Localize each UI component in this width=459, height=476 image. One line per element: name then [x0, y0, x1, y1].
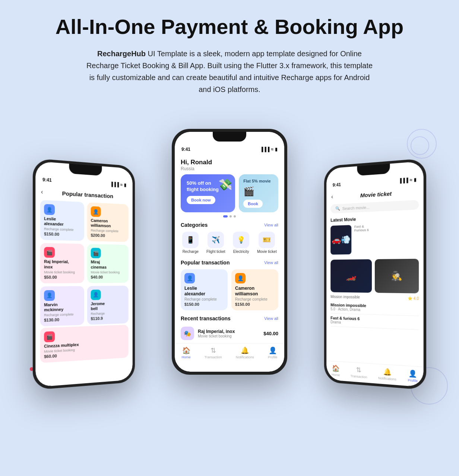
- categories-title: Categories: [181, 222, 208, 228]
- card-icon: 🎬: [44, 331, 55, 343]
- categories-row: 📱 Recharge ✈️ Flight ticket 💡 Electricit…: [175, 230, 284, 257]
- phone-icon: 📱: [186, 236, 194, 244]
- category-flight-ticket[interactable]: ✈️ Flight ticket: [206, 232, 225, 254]
- recent-amount: $40.00: [263, 331, 278, 336]
- avatar-leslie: 👤: [184, 273, 195, 283]
- popular-section-header: Popular transaction View all: [175, 257, 284, 268]
- phones-container: 9:41 ▐▐▐ ≈ ▮ ‹ Popular transaction 👤 Les…: [0, 107, 459, 423]
- right-nav-label-home: Home: [332, 373, 340, 377]
- ff-poster-icon: 🚗💨: [332, 235, 350, 245]
- right-back-icon[interactable]: ‹: [331, 194, 333, 200]
- ff-poster-large[interactable]: 🏎️: [330, 259, 372, 293]
- ff-movie-info: Fast & Furious 6: [354, 223, 419, 232]
- back-icon[interactable]: ‹: [41, 188, 43, 196]
- left-phone: 9:41 ▐▐▐ ≈ ▮ ‹ Popular transaction 👤 Les…: [33, 158, 135, 390]
- card-amount: $150.00: [44, 232, 80, 237]
- secondary-banner[interactable]: Flat 5% movie 🎬 Book: [239, 174, 278, 212]
- home-icon: 🏠: [332, 364, 339, 373]
- card-name: Jeromebell: [91, 301, 125, 311]
- profile-icon: 👤: [408, 369, 417, 378]
- recent-transaction-item[interactable]: 🎭 Raj Imperial, inox Movie ticket bookin…: [175, 324, 284, 343]
- greeting-text: Hi, Ronald: [181, 159, 278, 166]
- star-icon: ⭐: [408, 296, 412, 301]
- card-name: Lesliealexander: [44, 216, 80, 228]
- main-banner[interactable]: 50% off on flight booking 💸 Book now: [181, 174, 235, 212]
- list-item[interactable]: 🎬 Mirajcinemas Movie ticket booking $40.…: [87, 244, 129, 283]
- nav-profile[interactable]: 👤 Profile: [268, 346, 278, 359]
- card-name: Marvinmckinney: [44, 302, 80, 312]
- card-name: Mirajcinemas: [91, 260, 125, 270]
- movie-list-item-ff[interactable]: Fast & furious 6 Drama: [330, 314, 419, 330]
- card-icon: 🎬: [44, 247, 55, 258]
- center-notch: [213, 132, 246, 142]
- deco-circle-1: [407, 129, 437, 159]
- popular-view-all[interactable]: View all: [264, 260, 278, 265]
- bottom-nav: 🏠 Home ⇅ Transaction 🔔 Notifications 👤 P…: [175, 343, 284, 363]
- right-nav-home[interactable]: 🏠 Home: [332, 364, 340, 377]
- ff-poster: 🚗💨: [330, 225, 351, 255]
- list-item[interactable]: 🎬 Cinezza multiplex Movie ticket booking…: [40, 325, 129, 363]
- card-name: Cameronwilliamson: [91, 218, 125, 229]
- list-item[interactable]: 👤 Marvinmckinney Recharge complete $130.…: [40, 286, 84, 327]
- car-icon: 🏎️: [346, 271, 356, 282]
- flight-icon-box: ✈️: [208, 232, 224, 248]
- movie-ticket-icon: 🎫: [263, 236, 271, 244]
- banner-container: 50% off on flight booking 💸 Book now Fla…: [175, 174, 284, 212]
- right-nav-label-transaction: Transaction: [351, 374, 367, 379]
- category-electricity[interactable]: 💡 Electricity: [233, 232, 249, 254]
- center-status-time: 9:41: [181, 147, 190, 152]
- categories-view-all[interactable]: View all: [264, 223, 278, 227]
- popular-card-leslie[interactable]: 👤 Lesliealexander Recharge complete $150…: [181, 269, 228, 310]
- secondary-book-button[interactable]: Book: [243, 200, 263, 208]
- nav-label-profile: Profile: [268, 355, 278, 359]
- left-phone-screen: 9:41 ▐▐▐ ≈ ▮ ‹ Popular transaction 👤 Les…: [35, 161, 132, 387]
- list-item[interactable]: 👤 Jeromebell Recharge $110.9: [87, 286, 129, 325]
- nav-transaction[interactable]: ⇅ Transaction: [205, 346, 222, 359]
- hero-section: All-In-One Payment & Booking App Recharg…: [0, 0, 459, 103]
- card-name: Raj Imperial,inox: [44, 260, 80, 270]
- recent-desc: Movie ticket booking: [198, 334, 260, 338]
- trans-type-leslie: Recharge complete: [184, 297, 224, 301]
- card-type: Movie ticket booking: [44, 270, 80, 274]
- list-item[interactable]: 🎬 Raj Imperial,inox Movie ticket booking…: [40, 243, 84, 283]
- featured-movie-ff[interactable]: 🚗💨 Fast & Furious 6: [330, 223, 419, 255]
- book-now-button[interactable]: Book now: [187, 196, 215, 204]
- deco-circle-2: [411, 136, 429, 155]
- brand-name: RechargeHub: [97, 50, 146, 58]
- center-status-icons: ▐▐▐ ≈ ▮: [260, 147, 278, 152]
- dot-1: [223, 215, 228, 218]
- wifi-icon: ≈: [271, 147, 273, 152]
- spy-icon: 🕵️: [391, 271, 402, 282]
- center-phone-screen: 9:41 ▐▐▐ ≈ ▮ Hi, Ronald Russia 50% off o…: [175, 132, 284, 372]
- electricity-icon: 💡: [237, 236, 245, 244]
- nav-home[interactable]: 🏠 Home: [182, 346, 191, 359]
- secondary-banner-text: Flat 5% movie: [243, 179, 274, 183]
- right-notch: [357, 164, 390, 176]
- category-label-electricity: Electricity: [233, 250, 249, 254]
- category-movie-ticket[interactable]: 🎫 Movie ticket: [257, 232, 277, 254]
- card-amount: $130.00: [44, 317, 80, 323]
- dot-2: [230, 215, 232, 218]
- nav-notifications[interactable]: 🔔 Notifications: [236, 346, 254, 359]
- left-status-icons: ▐▐▐ ≈ ▮: [110, 182, 126, 188]
- wifi-icon: ≈: [120, 183, 123, 188]
- movie-list-section: Mission impossible 5.0 · Action, Drama F…: [326, 299, 423, 332]
- right-nav-transaction[interactable]: ⇅ Transaction: [351, 365, 367, 379]
- card-type: Recharge complete: [91, 229, 125, 234]
- popular-title: Popular transaction: [181, 260, 230, 266]
- dot-3: [234, 215, 236, 218]
- category-recharge[interactable]: 📱 Recharge: [182, 232, 199, 254]
- center-header: Hi, Ronald Russia: [175, 153, 284, 174]
- list-item[interactable]: 👤 Cameronwilliamson Recharge complete $2…: [87, 203, 129, 242]
- card-icon: 👤: [91, 290, 101, 300]
- trans-name-leslie: Lesliealexander: [184, 286, 224, 296]
- popular-card-cameron[interactable]: 👤 Cameronwilliamson Recharge complete $1…: [231, 269, 278, 310]
- nav-label-transaction: Transaction: [205, 355, 222, 359]
- recent-view-all[interactable]: View all: [264, 316, 278, 321]
- right-nav-notifications[interactable]: 🔔 Notifications: [378, 367, 396, 381]
- list-item[interactable]: 👤 Lesliealexander Recharge complete $150…: [40, 200, 84, 241]
- right-nav-profile[interactable]: 👤 Profile: [408, 369, 418, 383]
- card-amount: $110.9: [91, 315, 125, 321]
- recharge-icon-box: 📱: [182, 232, 199, 248]
- mi-poster-large[interactable]: 🕵️: [375, 259, 419, 293]
